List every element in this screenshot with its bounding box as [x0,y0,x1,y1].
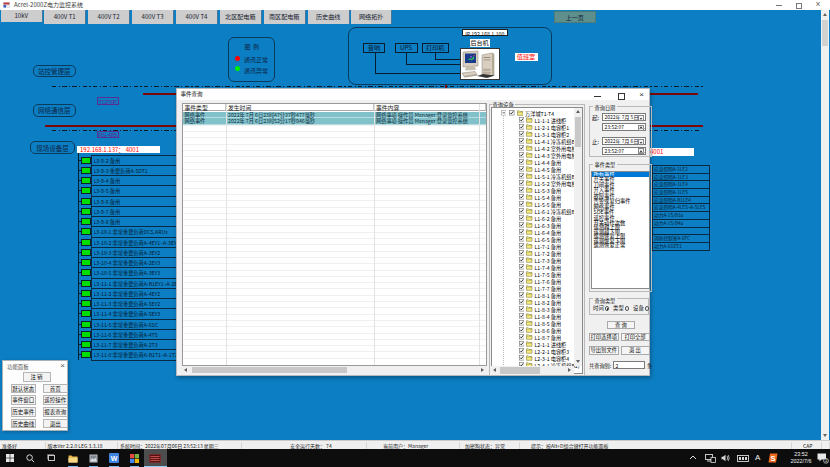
tree-checkbox[interactable] [509,110,515,116]
task-view-icon[interactable] [47,454,56,462]
exit-button[interactable]: 退出 [43,419,69,429]
page-tab[interactable]: 400V T2 [88,10,130,24]
input-indicator-icon[interactable] [737,455,749,462]
tree-node[interactable]: L1-7-6 备用 [492,278,575,285]
tree-node[interactable]: L1-6-4 备用 [492,229,575,236]
tree-checkbox[interactable] [519,257,525,263]
speaker-icon[interactable] [721,454,730,462]
tree-checkbox[interactable] [519,180,525,186]
start-button-icon[interactable] [6,454,14,462]
tree-node[interactable]: L1-7-7 备用 [492,285,575,292]
page-tab[interactable]: 北区配电箱 [220,10,262,24]
ime-mode-letter[interactable]: A [755,453,760,462]
device-row[interactable]: 动力A-6DZE1 [652,242,710,251]
scroll-right-arrow[interactable] [478,366,487,375]
tree-node[interactable]: L1-1-1 进线柜 [492,117,575,124]
from-date-select[interactable]: 2022年 7月 5日 [602,113,646,121]
page-tab[interactable]: 400V T1 [44,10,86,24]
tree-node[interactable]: L1-8-4 备用 [492,313,575,320]
tree-node[interactable]: L1-4-4 备用 [492,159,575,166]
scroll-up-arrow[interactable] [821,10,829,19]
to-date-select[interactable]: 2022年 7月 6日 [602,137,646,145]
scroll-down-arrow[interactable] [821,431,829,440]
tree-checkbox[interactable] [519,222,525,228]
app-w-icon[interactable]: W [109,453,119,463]
dialog-minimize-button[interactable] [591,89,605,102]
tree-checkbox[interactable] [519,131,525,137]
photos-app-icon[interactable] [89,454,98,463]
default-state-button[interactable]: 默认状态 [11,384,37,394]
tree-node[interactable]: L1-7-1 备用 [492,243,575,250]
sogou-icon[interactable]: S [768,453,778,463]
tree-node[interactable]: L1-5-4 备用 [492,194,575,201]
tree-horizontal-scrollbar[interactable] [491,366,575,374]
tree-node[interactable]: L1-7-3 备用 [492,257,575,264]
spinner-buttons[interactable] [638,148,644,154]
tree-node[interactable]: L1-5-2 室外用电梯) [492,180,575,187]
tree-node[interactable]: L1-6-2 备用 [492,215,575,222]
tree-node[interactable]: L1-7-4 备用 [492,264,575,271]
dialog-maximize-button[interactable] [614,89,628,102]
tree-node[interactable]: L1-6-1 冷冻机组B1) [492,208,575,215]
tree-node[interactable]: L1-4-2 室外用电梯) [492,145,575,152]
tree-node[interactable]: L1-8-7 备用 [492,334,575,341]
tree-expander-icon[interactable] [501,110,507,116]
page-tab[interactable]: 400V T3 [132,10,174,24]
page-tab[interactable]: 10kV [1,10,43,22]
page-tab[interactable]: 400V T4 [176,10,218,24]
tree-checkbox[interactable] [519,159,525,165]
tree-checkbox[interactable] [519,208,525,214]
tree-node[interactable]: L1-4-5 备用 [492,166,575,173]
scroll-left-arrow[interactable] [182,366,191,375]
tree-node[interactable]: L1-5-1 冷冻机组B1) [492,173,575,180]
tree-checkbox[interactable] [519,334,525,340]
tree-node[interactable]: L1-3-1 电容柜2 [492,131,575,138]
tree-checkbox[interactable] [519,138,525,144]
tree-checkbox[interactable] [519,236,525,242]
tree-checkbox[interactable] [519,194,525,200]
tree-node[interactable]: L1-8-6 备用 [492,327,575,334]
tree-checkbox[interactable] [519,320,525,326]
tree-node[interactable]: L1-2-1 电容柜1 [492,124,575,131]
tree-checkbox[interactable] [519,348,525,354]
tree-checkbox[interactable] [519,250,525,256]
tree-node[interactable]: L1-4-3 室外用电梯) [492,152,575,159]
tree-checkbox[interactable] [519,187,525,193]
tree-checkbox[interactable] [519,145,525,151]
dropdown-arrow-icon[interactable] [638,115,644,121]
tree-node[interactable]: L1-6-3 备用 [492,222,575,229]
tree-checkbox[interactable] [519,264,525,270]
tree-checkbox[interactable] [519,173,525,179]
tree-checkbox[interactable] [519,313,525,319]
active-app-icon[interactable] [149,454,161,463]
radio-time[interactable]: 时间 [593,304,609,312]
page-tab[interactable]: 南区配电箱 [264,10,306,24]
tree-checkbox[interactable] [519,306,525,312]
history-curves-button[interactable]: 历史曲线 [11,419,37,429]
tree-node[interactable]: L1-8-1 备用 [492,292,575,299]
tree-checkbox[interactable] [519,278,525,284]
tray-clock[interactable]: 23:52 2022/7/6 [786,451,816,466]
query-button[interactable]: 查 询 [607,321,635,330]
history-events-button[interactable]: 历史事件 [11,407,37,417]
dialog-close-button[interactable]: × [635,89,649,102]
dropdown-arrow-icon[interactable] [638,139,644,145]
tree-node[interactable]: L1-8-2 备用 [492,299,575,306]
event-window-button[interactable]: 事件窗口 [11,395,37,405]
prev-page-button[interactable]: 上一页 [554,11,597,23]
home-button[interactable]: 首页 [43,384,69,394]
window-maximize-button[interactable] [793,0,803,10]
from-time-spinner[interactable]: 23:52:07 [602,123,646,131]
tree-checkbox[interactable] [519,299,525,305]
radio-device[interactable]: 设备 [633,304,649,312]
tree-checkbox[interactable] [519,152,525,158]
tree-node[interactable]: L1-6-5 备用 [492,236,575,243]
tree-node[interactable]: L1-5-5 备用 [492,201,575,208]
tree-checkbox[interactable] [519,117,525,123]
file-explorer-icon[interactable] [68,454,78,463]
scroll-up-arrow[interactable] [574,108,582,117]
tree-checkbox[interactable] [519,124,525,130]
print-all-button[interactable]: 打印全部 [621,333,650,342]
tree-checkbox[interactable] [519,271,525,277]
tree-node[interactable]: L1-7-5 备用 [492,271,575,278]
